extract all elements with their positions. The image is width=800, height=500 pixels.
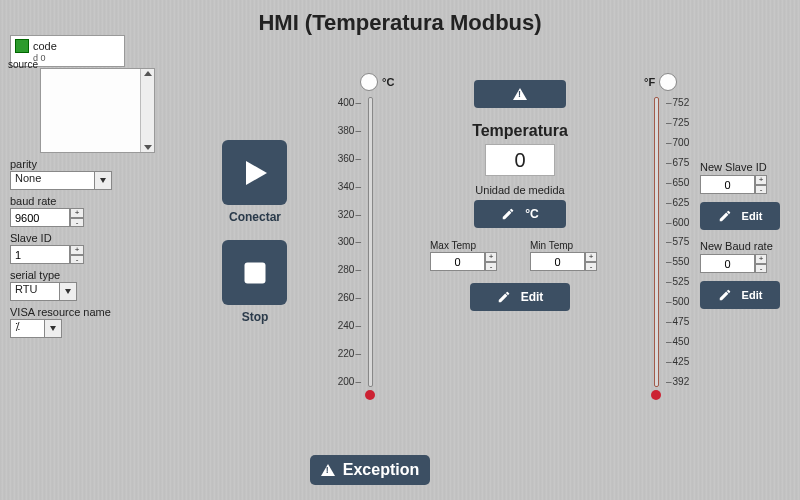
fahrenheit-ticks: 7527257006756506256005755505255004754504… [666, 97, 701, 387]
stop-icon [237, 255, 273, 291]
code-sub: d 0 [33, 53, 120, 63]
config-panel: code d 0 source parity None baud rate +-… [10, 35, 185, 338]
serial-label: serial type [10, 269, 185, 281]
scrollbar[interactable] [140, 69, 154, 152]
pencil-icon [497, 290, 511, 304]
right-panel: New Slave ID +- Edit New Baud rate +- Ed… [700, 155, 785, 319]
unit-label: Unidad de medida [420, 184, 620, 196]
min-temp-input[interactable]: +- [530, 252, 610, 271]
conectar-label: Conectar [210, 210, 300, 224]
slave-stepper[interactable]: +- [10, 245, 185, 264]
temperature-label: Temperatura [420, 122, 620, 140]
exception-button[interactable]: Exception [310, 455, 430, 485]
stop-button[interactable] [222, 240, 287, 305]
pencil-icon [718, 288, 732, 302]
decrement-button[interactable]: - [70, 255, 84, 265]
visa-label: VISA resource name [10, 306, 185, 318]
source-label: source [8, 59, 38, 70]
baud-label: baud rate [10, 195, 185, 207]
conectar-button[interactable] [222, 140, 287, 205]
temperature-display: 0 [485, 144, 555, 176]
warning-icon [321, 464, 335, 476]
play-icon [237, 155, 273, 191]
bulb-icon [659, 73, 677, 91]
new-slave-label: New Slave ID [700, 161, 785, 173]
source-listbox[interactable] [40, 68, 155, 153]
page-title: HMI (Temperatura Modbus) [0, 10, 800, 36]
chevron-down-icon[interactable] [45, 319, 62, 338]
new-slave-input[interactable]: +- [700, 175, 785, 194]
chevron-down-icon[interactable] [95, 171, 112, 190]
increment-button[interactable]: + [70, 245, 84, 255]
warning-button[interactable] [474, 80, 566, 108]
chevron-down-icon[interactable] [60, 282, 77, 301]
center-panel: Temperatura 0 Unidad de medida °C Max Te… [420, 80, 620, 311]
parity-select[interactable]: None [10, 171, 185, 190]
min-temp-label: Min Temp [530, 240, 610, 251]
new-baud-input[interactable]: +- [700, 254, 785, 273]
baud-input[interactable] [10, 208, 70, 227]
increment-button[interactable]: + [70, 208, 84, 218]
pencil-icon [501, 207, 515, 221]
slave-label: Slave ID [10, 232, 185, 244]
baud-stepper[interactable]: +- [10, 208, 185, 227]
visa-select[interactable]: ⁒ [10, 319, 65, 338]
bulb-bottom-icon [365, 390, 375, 400]
decrement-button[interactable]: - [70, 218, 84, 228]
max-temp-label: Max Temp [430, 240, 510, 251]
bulb-icon [360, 73, 378, 91]
new-baud-label: New Baud rate [700, 240, 785, 252]
max-temp-input[interactable]: +- [430, 252, 510, 271]
celsius-track[interactable] [368, 97, 373, 387]
pencil-icon [718, 209, 732, 223]
parity-label: parity [10, 158, 185, 170]
slave-input[interactable] [10, 245, 70, 264]
unit-button[interactable]: °C [474, 200, 566, 228]
serial-select[interactable]: RTU [10, 282, 78, 301]
bulb-bottom-icon [651, 390, 661, 400]
code-label: code [33, 40, 57, 52]
edit-slave-button[interactable]: Edit [700, 202, 780, 230]
edit-temp-button[interactable]: Edit [470, 283, 570, 311]
stop-label: Stop [210, 310, 300, 324]
celsius-ticks: 400380360340320300280260240220200 [330, 97, 362, 387]
edit-baud-button[interactable]: Edit [700, 281, 780, 309]
status-led [15, 39, 29, 53]
svg-rect-0 [244, 262, 265, 283]
warning-icon [513, 88, 527, 100]
fahrenheit-track[interactable] [654, 97, 659, 387]
